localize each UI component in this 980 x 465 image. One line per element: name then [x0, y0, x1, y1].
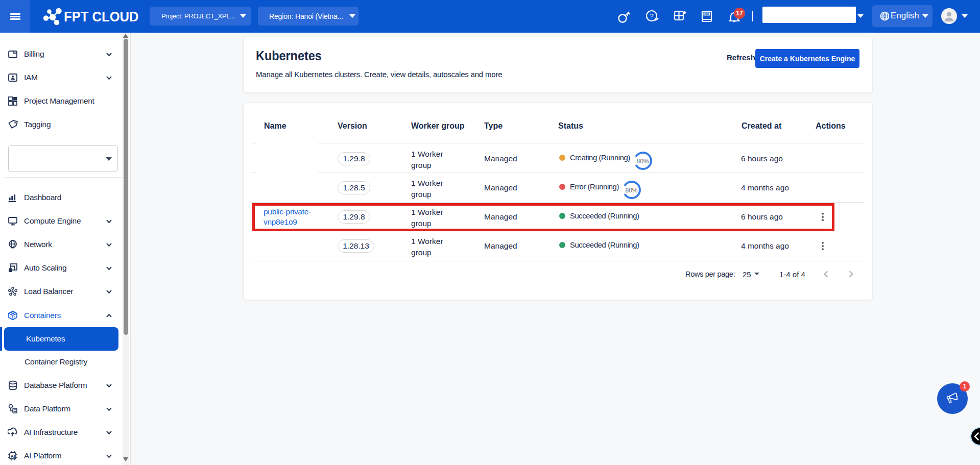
- svg-text:?: ?: [650, 12, 653, 20]
- svg-text:80%: 80%: [625, 187, 637, 194]
- svg-text:80%: 80%: [636, 158, 649, 165]
- svg-text:AI: AI: [11, 454, 15, 459]
